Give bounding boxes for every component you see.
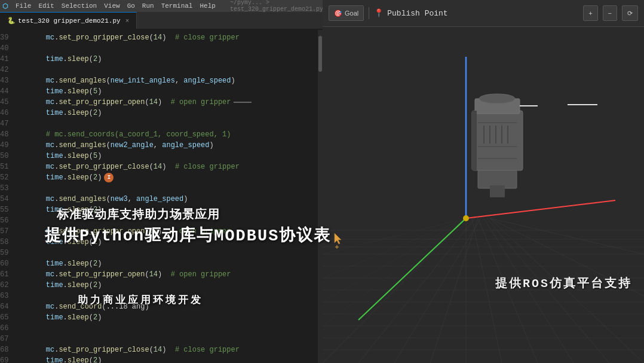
code-line-65: time.sleep(2) bbox=[29, 312, 323, 323]
code-line-67 bbox=[29, 334, 323, 344]
menu-help[interactable]: Help bbox=[200, 2, 215, 10]
scroll-thumb[interactable] bbox=[318, 36, 322, 72]
code-line-46: time.sleep(2) bbox=[29, 108, 323, 118]
scene-canvas[interactable]: 提供ROS仿真平台支持 bbox=[323, 27, 644, 363]
pin-icon: 📍 bbox=[374, 8, 384, 18]
code-line-40 bbox=[29, 43, 323, 54]
tab-icon: 🐍 bbox=[7, 17, 16, 25]
svg-rect-35 bbox=[472, 111, 477, 170]
code-area[interactable]: 39 40 41 42 43 44 45 46 47 48 49 50 51 5… bbox=[0, 30, 323, 363]
zoom-in-button[interactable]: + bbox=[583, 5, 597, 21]
svg-point-32 bbox=[463, 215, 469, 221]
menu-view[interactable]: View bbox=[104, 2, 119, 10]
app-icon: ⬡ bbox=[2, 2, 8, 10]
svg-rect-37 bbox=[490, 185, 505, 197]
svg-rect-33 bbox=[472, 111, 523, 170]
svg-point-46 bbox=[479, 94, 515, 103]
code-line-50: time.sleep(5) bbox=[29, 151, 323, 161]
tab-label: test_320 gripper_demo21.py bbox=[18, 17, 121, 25]
code-content[interactable]: mc.set_pro_gripper_close(14) # close gri… bbox=[25, 30, 323, 363]
code-line-48: # mc.send_coords(a_coord_1, coord_speed,… bbox=[29, 129, 323, 140]
tab-bar: 🐍 test_320 gripper_demo21.py × bbox=[0, 12, 323, 29]
reset-icon: ⟳ bbox=[627, 10, 633, 17]
code-line-42 bbox=[29, 65, 323, 75]
menu-terminal[interactable]: Terminal bbox=[161, 2, 193, 10]
menu-run[interactable]: Run bbox=[142, 2, 154, 10]
publish-point-label: Publish Point bbox=[387, 9, 447, 18]
code-line-49: mc.send_angles(new2_angle, angle_speed) bbox=[29, 140, 323, 151]
window-path: ~/pymy... > test_320_gripper_demo21.py bbox=[230, 0, 323, 13]
code-line-44: time.sleep(5) bbox=[29, 86, 323, 97]
menu-file[interactable]: File bbox=[16, 2, 31, 10]
viewport-toolbar: 🎯 Goal 📍 Publish Point + − ⟳ bbox=[323, 0, 644, 27]
code-line-63 bbox=[29, 291, 323, 301]
scrollbar[interactable] bbox=[318, 30, 323, 363]
line-numbers: 39 40 41 42 43 44 45 46 47 48 49 50 51 5… bbox=[0, 30, 25, 363]
code-line-69: time.sleep(2) bbox=[29, 355, 323, 363]
code-line-59 bbox=[29, 248, 323, 258]
code-line-51: mc.set_pro_gripper_close(14) # close gri… bbox=[29, 161, 323, 172]
editor-tab-active[interactable]: 🐍 test_320 gripper_demo21.py × bbox=[0, 12, 137, 29]
zoom-in-icon: + bbox=[588, 10, 592, 17]
code-line-45: mc.set_pro_gripper_open(14) # open gripp… bbox=[29, 97, 323, 108]
code-line-58: time.sleep(2) bbox=[29, 237, 323, 248]
goal-label: Goal bbox=[345, 10, 358, 17]
code-line-62: time.sleep(2) bbox=[29, 280, 323, 291]
code-line-55: time.sleep(2) bbox=[29, 205, 323, 215]
editor-panel: ⬡ File Edit Selection View Go Run Termin… bbox=[0, 0, 323, 363]
grid-svg bbox=[323, 27, 644, 363]
menu-go[interactable]: Go bbox=[127, 2, 135, 10]
code-line-43: mc.send_angles(new_init_angles, angle_sp… bbox=[29, 75, 323, 86]
code-line-39: mc.set_pro_gripper_close(14) # close gri… bbox=[29, 32, 323, 43]
code-line-61: mc.set_pro_gripper_open(14) # open gripp… bbox=[29, 269, 323, 280]
goal-button[interactable]: 🎯 Goal bbox=[329, 5, 364, 21]
svg-rect-0 bbox=[323, 27, 644, 363]
code-line-53 bbox=[29, 183, 323, 194]
code-line-47 bbox=[29, 118, 323, 129]
reset-view-button[interactable]: ⟳ bbox=[622, 5, 638, 21]
code-line-68: mc.set_pro_gripper_close(14) # close gri… bbox=[29, 344, 323, 355]
menu-bar: ⬡ File Edit Selection View Go Run Termin… bbox=[0, 0, 323, 12]
code-line-52: time.sleep(2) I bbox=[29, 172, 323, 183]
code-line-56 bbox=[29, 215, 323, 226]
menu-edit[interactable]: Edit bbox=[38, 2, 54, 10]
tab-close-icon[interactable]: × bbox=[125, 17, 130, 25]
viewport-panel: 🎯 Goal 📍 Publish Point + − ⟳ bbox=[323, 0, 644, 363]
code-line-54: mc.send_angles(new3, angle_speed) bbox=[29, 194, 323, 205]
code-line-66 bbox=[29, 323, 323, 334]
zoom-out-icon: − bbox=[608, 10, 612, 17]
code-line-41: time.sleep(2) bbox=[29, 54, 323, 65]
code-line-57: mc.set_pro_gripper_open(14) # open gripp… bbox=[29, 226, 323, 237]
menu-selection[interactable]: Selection bbox=[62, 2, 97, 10]
goal-icon: 🎯 bbox=[334, 10, 342, 17]
toolbar-separator-1 bbox=[369, 7, 369, 19]
code-line-64: mc.send_coord(...18 ang) bbox=[29, 301, 323, 312]
zoom-out-button[interactable]: − bbox=[603, 5, 617, 21]
code-line-60: time.sleep(2) bbox=[29, 258, 323, 269]
publish-point-section: 📍 Publish Point bbox=[374, 8, 447, 18]
